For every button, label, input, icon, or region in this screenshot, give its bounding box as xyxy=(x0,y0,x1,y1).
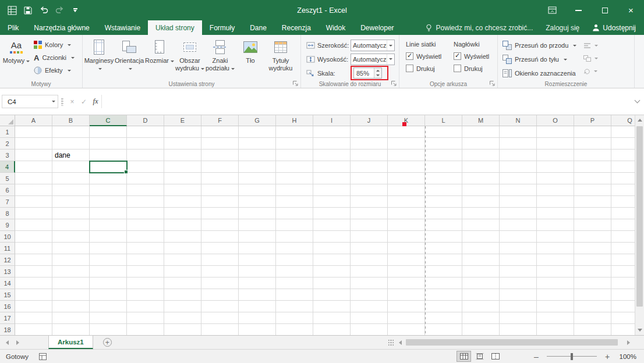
cell-I5[interactable] xyxy=(313,173,351,184)
cell-G1[interactable] xyxy=(239,126,276,138)
cell-Q1[interactable] xyxy=(611,126,635,138)
cell-F9[interactable] xyxy=(201,219,239,231)
cell-N18[interactable] xyxy=(500,324,537,335)
cell-K9[interactable] xyxy=(388,219,425,231)
cell-N11[interactable] xyxy=(500,243,537,254)
cell-M12[interactable] xyxy=(462,254,500,266)
cancel-button[interactable]: × xyxy=(66,95,78,108)
cell-Q5[interactable] xyxy=(611,173,635,184)
row-header-7[interactable]: 7 xyxy=(0,196,15,208)
maximize-button[interactable] xyxy=(592,0,618,20)
cell-D18[interactable] xyxy=(127,324,164,335)
cell-O17[interactable] xyxy=(537,312,574,324)
zoom-in-button[interactable]: + xyxy=(603,352,611,361)
column-header-G[interactable]: G xyxy=(239,115,276,126)
tab-wstawianie[interactable]: Wstawianie xyxy=(97,20,148,35)
cell-C8[interactable] xyxy=(90,208,127,219)
cell-J17[interactable] xyxy=(351,312,388,324)
cell-A3[interactable] xyxy=(15,150,52,161)
undo-button[interactable] xyxy=(38,5,49,16)
cell-M10[interactable] xyxy=(462,231,500,243)
cell-A11[interactable] xyxy=(15,243,52,254)
cell-D1[interactable] xyxy=(127,126,164,138)
column-header-N[interactable]: N xyxy=(500,115,537,126)
cell-L4[interactable] xyxy=(425,161,462,173)
cell-N9[interactable] xyxy=(500,219,537,231)
orientation-button[interactable]: Orientacja xyxy=(114,37,144,79)
cell-D16[interactable] xyxy=(127,301,164,312)
selection-pane-button[interactable]: Okienko zaznaczenia xyxy=(503,67,576,79)
cell-I9[interactable] xyxy=(313,219,351,231)
spinner-up-button[interactable] xyxy=(374,68,381,73)
sign-in-button[interactable]: Zaloguj się xyxy=(546,24,579,32)
cell-E16[interactable] xyxy=(164,301,201,312)
cell-C1[interactable] xyxy=(90,126,127,138)
cell-G10[interactable] xyxy=(239,231,276,243)
cell-M7[interactable] xyxy=(462,196,500,208)
cell-O14[interactable] xyxy=(537,277,574,289)
cell-K11[interactable] xyxy=(388,243,425,254)
previous-sheet-button[interactable] xyxy=(6,340,9,345)
cell-H16[interactable] xyxy=(276,301,313,312)
cell-K7[interactable] xyxy=(388,196,425,208)
cell-L14[interactable] xyxy=(425,277,462,289)
cell-M1[interactable] xyxy=(462,126,500,138)
cell-K6[interactable] xyxy=(388,184,425,196)
name-box-dropdown[interactable] xyxy=(49,95,58,108)
colors-button[interactable]: Kolory xyxy=(34,40,75,50)
headings-print-option[interactable]: Drukuj xyxy=(454,65,496,72)
cell-E12[interactable] xyxy=(164,254,201,266)
cell-K13[interactable] xyxy=(388,266,425,277)
cell-F7[interactable] xyxy=(201,196,239,208)
cell-F12[interactable] xyxy=(201,254,239,266)
cell-C18[interactable] xyxy=(90,324,127,335)
cell-P2[interactable] xyxy=(574,138,611,150)
cell-B2[interactable] xyxy=(52,138,90,150)
cell-Q6[interactable] xyxy=(611,184,635,196)
cell-H18[interactable] xyxy=(276,324,313,335)
enter-button[interactable]: ✓ xyxy=(78,95,90,108)
cell-H3[interactable] xyxy=(276,150,313,161)
cell-A8[interactable] xyxy=(15,208,52,219)
cell-H12[interactable] xyxy=(276,254,313,266)
cell-N12[interactable] xyxy=(500,254,537,266)
cell-A6[interactable] xyxy=(15,184,52,196)
cell-G8[interactable] xyxy=(239,208,276,219)
cell-A10[interactable] xyxy=(15,231,52,243)
cell-J9[interactable] xyxy=(351,219,388,231)
cell-A5[interactable] xyxy=(15,173,52,184)
vertical-scroll-track[interactable] xyxy=(635,125,644,325)
cell-O6[interactable] xyxy=(537,184,574,196)
cell-P16[interactable] xyxy=(574,301,611,312)
name-box-splitter[interactable] xyxy=(61,98,63,106)
cell-J1[interactable] xyxy=(351,126,388,138)
minimize-button[interactable] xyxy=(565,0,592,20)
cell-H1[interactable] xyxy=(276,126,313,138)
cell-F8[interactable] xyxy=(201,208,239,219)
cell-G7[interactable] xyxy=(239,196,276,208)
print-area-button[interactable]: Obszar wydruku xyxy=(175,37,205,79)
cell-P13[interactable] xyxy=(574,266,611,277)
cell-P12[interactable] xyxy=(574,254,611,266)
cell-B12[interactable] xyxy=(52,254,90,266)
width-combobox[interactable]: Automatyczne xyxy=(351,40,395,51)
tab-deweloper[interactable]: Deweloper xyxy=(353,20,401,35)
cell-L11[interactable] xyxy=(425,243,462,254)
cell-F1[interactable] xyxy=(201,126,239,138)
cell-F2[interactable] xyxy=(201,138,239,150)
cell-Q7[interactable] xyxy=(611,196,635,208)
cell-E11[interactable] xyxy=(164,243,201,254)
cell-C9[interactable] xyxy=(90,219,127,231)
scale-spinner[interactable]: 85% xyxy=(353,67,382,79)
vertical-scrollbar[interactable] xyxy=(635,115,644,335)
vertical-scroll-thumb[interactable] xyxy=(636,126,643,307)
cell-Q9[interactable] xyxy=(611,219,635,231)
cell-F3[interactable] xyxy=(201,150,239,161)
row-header-6[interactable]: 6 xyxy=(0,184,15,196)
cell-K16[interactable] xyxy=(388,301,425,312)
cell-F15[interactable] xyxy=(201,289,239,301)
scale-dialog-launcher[interactable] xyxy=(391,80,397,87)
cell-E2[interactable] xyxy=(164,138,201,150)
cell-M15[interactable] xyxy=(462,289,500,301)
cell-Q15[interactable] xyxy=(611,289,635,301)
